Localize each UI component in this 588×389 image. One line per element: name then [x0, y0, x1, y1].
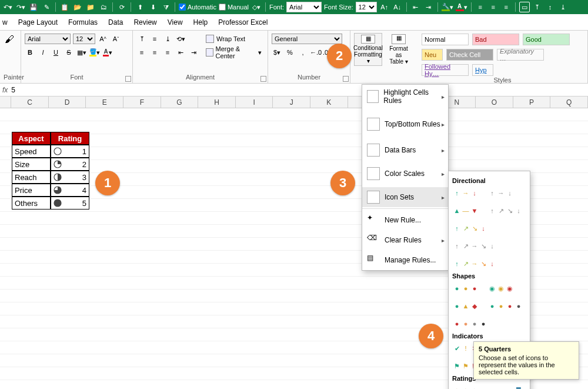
comma-button[interactable]: , [298, 47, 308, 58]
format-painter-button[interactable]: 🖌 [4, 33, 15, 46]
sort-asc-icon[interactable]: ⬆ [135, 2, 145, 12]
indent-dec-icon[interactable]: ⇤ [175, 47, 186, 58]
iconset-3triangles[interactable]: ▲—▼ [452, 206, 479, 215]
table-row[interactable]: Others5 [12, 197, 89, 210]
fontsize-select[interactable]: 12 [356, 2, 377, 12]
fill-color-button[interactable]: 🪣▾ [89, 47, 100, 58]
increase-font-icon[interactable]: A^ [98, 34, 108, 44]
cf-color-scales[interactable]: Color Scales▸ [362, 164, 448, 184]
italic-button[interactable]: I [38, 47, 48, 58]
iconset-3stars[interactable]: ★☆☆ [452, 386, 479, 389]
cf-highlight-cells[interactable]: Highlight Cells Rules▸ [362, 85, 448, 108]
align-left-icon[interactable]: ≡ [136, 47, 147, 58]
col-header[interactable]: G [161, 97, 199, 108]
tab-view[interactable]: View [168, 18, 183, 26]
cell-style-followed-link[interactable]: Followed Hy… [422, 64, 469, 76]
cell-aspect[interactable]: Reach [12, 171, 51, 184]
iconset-4trafficlights[interactable]: ●●●● [487, 301, 523, 311]
col-header[interactable]: H [198, 97, 236, 108]
folder-new-icon[interactable]: 🗂 [98, 2, 109, 12]
col-header[interactable]: F [123, 97, 161, 108]
formula-value[interactable]: 5 [11, 86, 586, 94]
fill-color-icon[interactable]: 🔧▾ [442, 2, 453, 12]
tab-help[interactable]: Help [193, 18, 208, 26]
iconset-3signs[interactable]: ●▲◆ [452, 301, 479, 311]
col-header[interactable]: Q [550, 97, 588, 108]
currency-button[interactable]: $▾ [272, 47, 282, 58]
iconset-5arrows-gray[interactable]: ↑↗→↘↓ [452, 241, 497, 251]
cell-aspect[interactable]: Others [12, 197, 51, 210]
underline-button[interactable]: U [51, 47, 61, 58]
strike-button[interactable]: S [64, 47, 74, 58]
cf-new-rule[interactable]: ✦New Rule... [362, 210, 448, 230]
refresh-icon[interactable]: ⟳ [116, 2, 127, 12]
cell-style-hyperlink[interactable]: Hyp [472, 64, 493, 76]
valign-mid-icon[interactable]: ≡ [149, 34, 160, 44]
cell-style-neutral[interactable]: Neu [422, 49, 443, 61]
valign-bot-icon[interactable]: ⤓ [162, 34, 173, 44]
number-format-select[interactable]: General [272, 34, 342, 44]
col-header[interactable]: O [476, 97, 513, 108]
iconset-4arrows-color[interactable]: ↑↗↘↓ [452, 224, 488, 233]
cell-rating[interactable]: 5 [51, 197, 89, 210]
manual-checkbox[interactable]: Manual [219, 4, 249, 11]
decrease-font-icon[interactable]: Aˇ [111, 34, 121, 44]
number-dialog-launcher[interactable] [343, 76, 349, 82]
valign-bot-icon[interactable]: ⤓ [558, 2, 569, 12]
format-as-table-button[interactable]: ▦ Format as Table ▾ [385, 33, 413, 66]
iconset-redtoblack[interactable]: ●●●● [452, 319, 488, 328]
undo-icon[interactable]: ↶▾ [2, 2, 13, 12]
cell-style-bad[interactable]: Bad [472, 34, 519, 45]
iconset-4arrows-gray[interactable]: ↑↗↘↓ [487, 206, 523, 215]
valign-mid-icon[interactable]: ↕ [545, 2, 556, 12]
paste-icon[interactable]: 📋 [59, 2, 70, 12]
cell-aspect[interactable]: Size [12, 158, 51, 171]
save-icon[interactable]: 💾 [28, 2, 39, 12]
table-row[interactable]: Reach3 [12, 171, 89, 184]
indent-dec-icon[interactable]: ⇤ [410, 2, 421, 12]
cell-style-good[interactable]: Good [523, 34, 570, 45]
col-header[interactable]: K [310, 97, 348, 108]
col-header[interactable]: I [236, 97, 273, 108]
border-box-icon[interactable]: ▭ [519, 2, 530, 12]
percent-button[interactable]: % [285, 47, 295, 58]
fx-icon[interactable]: fx [2, 86, 8, 94]
tab-w[interactable]: w [2, 18, 8, 26]
iconset-5arrows-color[interactable]: ↑↗→↘↓ [452, 259, 497, 268]
sort-desc-icon[interactable]: ⬇ [148, 2, 158, 12]
tab-review[interactable]: Review [133, 18, 156, 26]
font-color-button[interactable]: A▾ [102, 47, 113, 58]
col-header[interactable]: D [49, 97, 86, 108]
increase-font-icon[interactable]: A↑ [379, 2, 390, 12]
table-row[interactable]: Speed1 [12, 145, 89, 158]
merge-center-button[interactable]: Merge & Center ▾ [203, 46, 264, 58]
inc-decimal-icon[interactable]: ←.0 [310, 47, 321, 58]
cell-aspect[interactable]: Price [12, 184, 51, 197]
font-color-icon[interactable]: A▾ [456, 2, 467, 12]
tab-page-layout[interactable]: Page Layout [18, 18, 58, 26]
decrease-font-icon[interactable]: A↓ [392, 2, 403, 12]
col-header[interactable]: P [513, 97, 551, 108]
filter-icon[interactable]: ⧩ [161, 2, 171, 12]
cell-rating[interactable]: 1 [51, 145, 89, 158]
redo-icon[interactable]: ↷▾ [15, 2, 26, 12]
tab-formulas[interactable]: Formulas [68, 18, 98, 26]
conditional-formatting-button[interactable]: ▦ Conditional Formatting ▾ [354, 33, 382, 66]
iconset-4bars[interactable]: ▂▄▆█ [487, 386, 523, 389]
tab-professor-excel[interactable]: Professor Excel [218, 18, 268, 26]
font-select[interactable]: Arial [286, 2, 322, 12]
align-right-icon[interactable]: ≡ [501, 2, 512, 12]
cell-rating[interactable]: 3 [51, 171, 89, 184]
cell-style-explanatory[interactable]: Explanatory … [497, 49, 544, 61]
align-left-icon[interactable]: ≡ [475, 2, 486, 12]
cf-top-bottom[interactable]: Top/Bottom Rules▸ [362, 114, 448, 134]
align-right-icon[interactable]: ≡ [162, 47, 173, 58]
align-center-icon[interactable]: ≡ [149, 47, 160, 58]
table-row[interactable]: Size2 [12, 158, 89, 171]
automatic-checkbox[interactable]: Automatic [179, 4, 216, 11]
col-header[interactable]: J [273, 97, 310, 108]
indent-inc-icon[interactable]: ⇥ [423, 2, 434, 12]
alignment-dialog-launcher[interactable] [260, 76, 266, 82]
iconset-3trafficlights[interactable]: ●●● [452, 284, 479, 293]
bold-button[interactable]: B [25, 47, 35, 58]
